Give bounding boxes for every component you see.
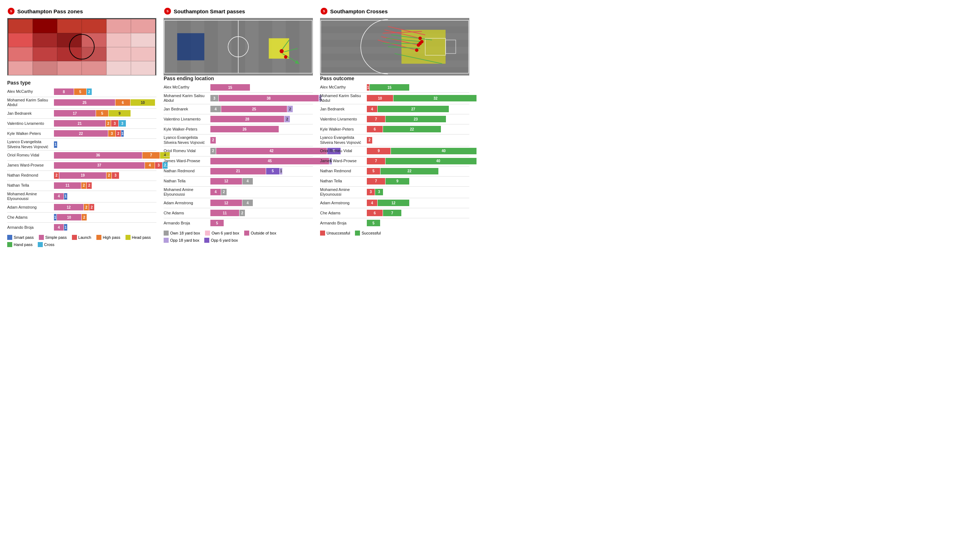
smart-passes-title-text: Southampton Smart passes [174,8,245,14]
bar-segment: 28 [210,116,284,122]
svg-rect-13 [299,20,313,74]
legend-item: Own 6 yard box [205,231,239,236]
bar-segment: 1 [54,141,57,148]
player-name: Nathan Redmond [164,169,210,173]
bar-segment: 26 [210,126,279,132]
bar-segment: 40 [385,158,476,164]
svg-rect-29 [320,47,469,54]
bar-segment: 2 [239,210,245,216]
bar-segment: 5 [266,168,279,174]
svg-text:S: S [323,9,325,13]
legend-label: Smart pass [14,235,34,239]
row-divider [7,160,157,161]
legend-item: Cross [38,242,55,247]
row-divider [320,104,469,104]
heatmap-cell [57,33,82,47]
legend-item: Own 18 yard box [164,231,200,236]
row-divider [164,134,313,135]
row-divider [320,156,469,157]
row-divider [7,129,157,129]
bar-segment: 2 [87,182,92,189]
row-divider [164,208,313,208]
row-divider [164,198,313,198]
heatmap-cell [8,47,33,61]
bar-segment: 3 [119,120,126,127]
chart-row: Mohamed Karim Salisu Abdul25610 [7,98,157,107]
bar-segment: 7 [367,158,385,164]
player-name: Kyle Walker-Peters [164,127,210,132]
bar-segment: 2 [284,116,290,122]
bar-area: 26 [210,126,313,132]
bar-segment: 2 [210,148,216,154]
bar-area: 940 [367,148,476,154]
row-divider [7,191,157,191]
crosses-svg [320,18,469,76]
row-divider [164,124,313,124]
bar-area: 112 [210,210,313,216]
bar-area: 79 [367,178,469,185]
bar-area: 1 [54,141,157,148]
player-name: Adam Armstrong [164,201,210,205]
svg-rect-11 [245,20,259,74]
crosses-title: S Southampton Crosses [320,7,469,15]
chart-row: Mohamed Karim Salisu Abdul1032 [320,93,469,103]
row-divider [320,124,469,124]
bar-segment: 22 [54,130,108,137]
bar-area: 2 [210,137,313,144]
heatmap-cell [57,61,82,75]
bar-segment: 6 [367,210,383,216]
legend-color-box [204,238,209,243]
bar-segment: 7 [143,152,160,158]
chart-row: Jan Bednarek427 [320,105,469,113]
bar-segment: 2 [87,88,92,95]
row-divider [164,176,313,177]
bar-area: 522 [367,168,469,174]
bar-area: 5 [210,220,313,226]
chart-row: Oriol Romeu Vidal2425 [164,147,313,155]
legend-label: Outside of box [251,231,276,235]
legend-item: High pass [96,235,121,240]
bar-segment: 2 [287,106,293,112]
legend-color-box [164,238,169,243]
bar-segment: 2 [367,137,372,144]
bar-area: 451 [210,158,332,164]
row-divider [164,218,313,218]
bar-segment: 45 [210,158,329,164]
bar-segment: 4 [145,162,155,169]
bar-area: 1032 [367,95,476,101]
player-name: James Ward-Prowse [320,158,367,163]
bar-area: 41 [54,224,157,231]
svg-point-47 [415,48,418,52]
heatmap-cell [82,47,106,61]
crosses-legend: UnsuccessfulSuccessful [320,231,469,236]
bar-segment: 7 [383,210,401,216]
legend-item: Successful [355,231,380,236]
heatmap-cell [106,61,131,75]
heatmap-cell [82,61,106,75]
bar-segment: 1 [64,193,67,200]
heatmap-cell [106,47,131,61]
svg-point-22 [280,49,284,53]
bar-segment: 3 [210,95,218,101]
bar-segment: 40 [391,148,476,154]
bar-area: 67 [367,210,469,216]
bar-segment: 21 [210,168,266,174]
player-name: Kyle Walker-Peters [320,127,367,132]
heatmap-cell [131,19,155,33]
bar-segment: 2 [210,137,216,144]
legend-item: Opp 6 yard box [204,238,238,243]
heatmap-grid [8,19,156,76]
svg-rect-27 [320,20,469,26]
heatmap-cell [131,47,155,61]
legend-color-box [38,242,43,247]
player-name: Che Adams [164,211,210,216]
player-name: Jan Bednarek [164,107,210,112]
bar-segment: 1 [121,130,124,137]
bar-segment: 25 [221,106,287,112]
bar-segment: 3 [108,130,115,137]
row-divider [7,180,157,181]
player-name: Mohamed Amine Elyounoussi [320,188,367,197]
row-divider [7,202,157,203]
bar-area: 124 [210,200,313,206]
bar-segment: 15 [370,84,409,91]
